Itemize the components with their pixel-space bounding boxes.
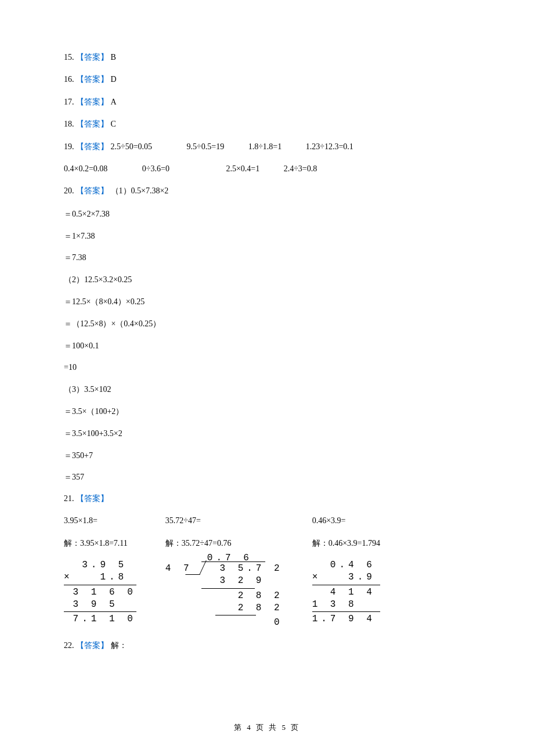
q16-answer: D xyxy=(111,75,117,84)
answer-label: 【答案】 xyxy=(76,120,109,128)
q19-eq: 1.23÷12.3=0.1 xyxy=(306,141,353,153)
q17-answer: A xyxy=(111,98,117,106)
answer-line-19: 19. 【答案】 2.5÷50=0.05 9.5÷0.5=19 1.8÷1.8=… xyxy=(64,141,470,153)
answer-label: 【答案】 xyxy=(76,98,109,106)
q15-num: 15. xyxy=(64,53,74,62)
q20-step: ＝0.5×2×7.38 xyxy=(64,207,470,221)
q20-step: ＝（12.5×8）×（0.4×0.25） xyxy=(64,317,470,331)
division-body: 4 7 3 5.7 2 xyxy=(165,563,283,575)
work-row: × 1.8 xyxy=(64,571,136,584)
q21-c1-eq: 3.95×1.8= xyxy=(64,514,136,527)
q21-columns: 3.95×1.8= 解：3.95×1.8=7.11 3.9 5 × 1.8 3 … xyxy=(64,514,470,629)
rule-line xyxy=(215,615,256,615)
work-row: 3 1 6 0 xyxy=(64,586,136,599)
rule-line xyxy=(312,611,380,612)
answer-label: 【答案】 xyxy=(76,186,109,195)
answer-label: 【答案】 xyxy=(76,75,109,84)
q21-num: 21. xyxy=(64,494,74,503)
rule-line xyxy=(201,588,255,589)
q21-col1: 3.95×1.8= 解：3.95×1.8=7.11 3.9 5 × 1.8 3 … xyxy=(64,514,136,629)
q20-p2-head: （2）12.5×3.2×0.25 xyxy=(64,273,470,287)
dividend: 3 5.7 2 xyxy=(219,563,283,574)
answer-label: 【答案】 xyxy=(76,142,109,151)
q18-num: 18. xyxy=(64,120,74,128)
work-row: 1 3 8 xyxy=(312,599,380,611)
work-row: 1.7 9 4 xyxy=(312,613,380,625)
quotient: 0.7 6 xyxy=(207,552,252,564)
q20-step: ＝3.5×（100+2） xyxy=(64,405,470,419)
q17-num: 17. xyxy=(64,98,74,106)
answer-line-21: 21. 【答案】 xyxy=(64,492,470,505)
answer-line-18: 18. 【答案】 C xyxy=(64,118,470,131)
footer-total: 5 xyxy=(282,723,287,732)
q20-step: =10 xyxy=(64,361,470,375)
division-bar xyxy=(201,561,265,562)
q19-num: 19. xyxy=(64,142,74,151)
work-row: 3 2 9 xyxy=(165,575,283,587)
answer-label: 【答案】 xyxy=(76,641,109,650)
answer-line-20: 20. 【答案】 （1）0.5×7.38×2 xyxy=(64,185,470,197)
answer-line-22: 22. 【答案】 解： xyxy=(64,639,470,652)
page-footer: 第 4 页 共 5 页 xyxy=(64,722,470,733)
q19-eq: 1.8÷1.8=1 xyxy=(248,141,282,153)
q21-c3-work: 0.4 6 × 3.9 4 1 4 1 3 8 1.7 9 4 xyxy=(312,559,380,625)
q20-step: ＝1×7.38 xyxy=(64,229,470,243)
q19-eq: 2.5×0.4=1 xyxy=(226,163,259,175)
answer-label: 【答案】 xyxy=(76,494,109,503)
rule-line xyxy=(64,585,136,585)
q20-step: ＝7.38 xyxy=(64,251,470,265)
q21-c1-work: 3.9 5 × 1.8 3 1 6 0 3 9 5 7.1 1 0 xyxy=(64,559,136,625)
work-row: 0.4 6 xyxy=(312,559,380,571)
q21-c3-sol: 解：0.46×3.9=1.794 xyxy=(312,537,380,550)
q21-c2-sol: 解：35.72÷47=0.76 xyxy=(165,537,283,550)
q21-c1-sol: 解：3.95×1.8=7.11 xyxy=(64,537,136,550)
footer-mid: 页 共 xyxy=(256,723,278,732)
work-row: 3 9 5 xyxy=(64,599,136,611)
answer-line-16: 16. 【答案】 D xyxy=(64,73,470,86)
rule-line xyxy=(312,585,380,585)
q20-step: ＝357 xyxy=(64,470,470,484)
work-row: 2 8 2 xyxy=(165,590,283,602)
q21-c2-eq: 35.72÷47= xyxy=(165,514,283,527)
answer-line-15: 15. 【答案】 B xyxy=(64,51,470,64)
work-row: 0 xyxy=(165,617,283,629)
q18-answer: C xyxy=(111,120,116,128)
q16-num: 16. xyxy=(64,75,74,84)
work-row: 7.1 1 0 xyxy=(64,613,136,625)
q20-num: 20. xyxy=(64,186,74,195)
q19-eq: 0÷3.6=0 xyxy=(142,163,169,175)
q21-col3: 0.46×3.9= 解：0.46×3.9=1.794 0.4 6 × 3.9 4… xyxy=(312,514,380,629)
q19-eq: 2.5÷50=0.05 xyxy=(111,141,153,153)
work-row: 2 8 2 xyxy=(165,602,283,614)
q19-eq: 9.5÷0.5=19 xyxy=(187,141,225,153)
q21-c3-eq: 0.46×3.9= xyxy=(312,514,380,527)
q19-row2: 0.4×0.2=0.08 0÷3.6=0 2.5×0.4=1 2.4÷3=0.8 xyxy=(64,163,470,175)
footer-suffix: 页 xyxy=(291,723,300,732)
q20-step: ＝350+7 xyxy=(64,449,470,463)
work-row: 4 1 4 xyxy=(312,586,380,599)
q19-eq: 2.4÷3=0.8 xyxy=(284,163,317,175)
footer-page: 4 xyxy=(247,723,252,732)
q22-num: 22. xyxy=(64,641,74,650)
q20-p3-head: （3）3.5×102 xyxy=(64,383,470,397)
work-row: 3.9 5 xyxy=(64,559,136,571)
answer-line-17: 17. 【答案】 A xyxy=(64,96,470,109)
q20-step: ＝12.5×（8×0.4）×0.25 xyxy=(64,295,470,309)
q21-col2: 35.72÷47= 解：35.72÷47=0.76 0.7 6 4 7 3 5.… xyxy=(165,514,283,629)
q20-step: ＝3.5×100+3.5×2 xyxy=(64,427,470,441)
q20-step: ＝100×0.1 xyxy=(64,339,470,353)
q20-p1-head: （1）0.5×7.38×2 xyxy=(111,186,169,195)
q19-eq: 0.4×0.2=0.08 xyxy=(64,163,107,175)
work-row: × 3.9 xyxy=(312,571,380,584)
rule-line xyxy=(64,611,136,612)
q15-answer: B xyxy=(111,53,116,62)
footer-prefix: 第 xyxy=(234,723,243,732)
q21-c2-work: 0.7 6 4 7 3 5.7 2 3 2 9 2 8 2 2 8 2 0 xyxy=(165,563,283,629)
answer-label: 【答案】 xyxy=(76,53,109,62)
page: 15. 【答案】 B 16. 【答案】 D 17. 【答案】 A 18. 【答案… xyxy=(0,0,534,756)
q22-text: 解： xyxy=(111,641,127,650)
